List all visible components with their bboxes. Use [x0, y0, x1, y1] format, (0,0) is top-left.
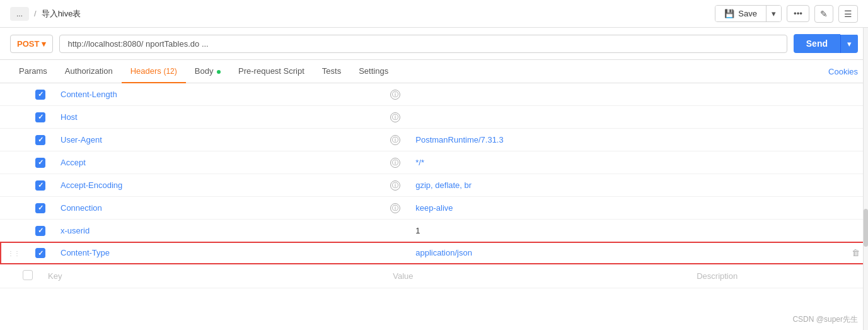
- header-value: PostmanRuntime/7.31.3: [415, 135, 503, 144]
- header-value: 1: [415, 226, 420, 235]
- tab-body[interactable]: Body: [186, 60, 229, 83]
- desc-cell: [712, 129, 843, 151]
- scrollbar-thumb[interactable]: [864, 209, 868, 247]
- table-row: Connection ⓘ keep-alive: [0, 197, 868, 220]
- info-cell: [383, 220, 408, 242]
- value-cell[interactable]: [408, 106, 712, 129]
- row-checkbox[interactable]: [35, 112, 45, 122]
- info-icon[interactable]: ⓘ: [390, 135, 400, 145]
- info-icon[interactable]: ⓘ: [390, 158, 400, 168]
- header-key: Content-Length: [61, 90, 117, 99]
- scrollbar-track[interactable]: [863, 28, 868, 288]
- tab-authorization[interactable]: Authorization: [56, 60, 122, 83]
- value-cell[interactable]: application/json: [408, 242, 712, 264]
- info-icon[interactable]: ⓘ: [390, 180, 400, 191]
- save-dropdown-button[interactable]: ▾: [766, 6, 781, 21]
- header-value: keep-alive: [415, 203, 453, 213]
- tab-params[interactable]: Params: [10, 60, 56, 83]
- info-cell: ⓘ: [383, 83, 408, 106]
- desc-cell: [712, 174, 843, 197]
- tab-pre-request-script[interactable]: Pre-request Script: [229, 60, 313, 83]
- tab-headers[interactable]: Headers (12): [122, 60, 186, 83]
- edit-icon-button[interactable]: ✎: [814, 5, 833, 23]
- send-button[interactable]: Send: [794, 34, 840, 53]
- row-checkbox[interactable]: [35, 180, 45, 191]
- comment-icon: ☰: [844, 9, 852, 19]
- empty-checkbox-cell: [15, 264, 40, 288]
- edit-icon: ✎: [820, 9, 828, 19]
- desc-cell: [712, 197, 843, 220]
- cookies-link[interactable]: Cookies: [828, 67, 858, 76]
- tab-tests[interactable]: Tests: [313, 60, 350, 83]
- row-checkbox[interactable]: [35, 248, 45, 258]
- value-cell[interactable]: 1: [408, 220, 712, 242]
- method-selector[interactable]: POST ▾: [10, 35, 53, 53]
- header-key: Connection: [61, 203, 102, 213]
- key-cell[interactable]: Content-Type: [53, 242, 383, 264]
- row-checkbox[interactable]: [35, 90, 45, 100]
- checkbox-cell: [28, 197, 53, 220]
- empty-value-placeholder: Value: [393, 271, 413, 281]
- header-key: x-userid: [61, 226, 90, 235]
- checkbox-cell: [28, 220, 53, 242]
- breadcrumb-title: 导入hive表: [42, 8, 81, 20]
- save-button[interactable]: 💾 Save: [715, 6, 766, 21]
- info-icon[interactable]: ⓘ: [390, 203, 400, 213]
- drag-cell: ⋮⋮: [0, 242, 28, 264]
- value-cell[interactable]: keep-alive: [408, 197, 712, 220]
- url-text: http://localhost:8080/ nportTables.do ..…: [67, 39, 208, 49]
- checkbox-cell: [28, 174, 53, 197]
- drag-handle: ⋮⋮: [8, 250, 20, 257]
- drag-cell: [0, 220, 28, 242]
- table-row: User-Agent ⓘ PostmanRuntime/7.31.3: [0, 129, 868, 151]
- empty-checkbox[interactable]: [23, 270, 33, 280]
- key-cell[interactable]: Accept: [53, 151, 383, 174]
- value-cell[interactable]: [408, 83, 712, 106]
- more-options-button[interactable]: •••: [787, 5, 809, 22]
- row-checkbox[interactable]: [35, 158, 45, 168]
- value-cell[interactable]: gzip, deflate, br: [408, 174, 712, 197]
- save-button-group: 💾 Save ▾: [715, 5, 782, 22]
- breadcrumb-box: ...: [10, 7, 29, 21]
- value-cell[interactable]: */*: [408, 151, 712, 174]
- row-checkbox[interactable]: [35, 226, 45, 236]
- desc-cell: [712, 151, 843, 174]
- key-cell[interactable]: User-Agent: [53, 129, 383, 151]
- info-cell: ⓘ: [383, 151, 408, 174]
- key-cell[interactable]: Connection: [53, 197, 383, 220]
- empty-drag-handle: [0, 264, 15, 288]
- empty-info-cell: [370, 264, 385, 288]
- info-icon[interactable]: ⓘ: [390, 112, 400, 122]
- empty-value-cell[interactable]: Value: [385, 264, 689, 288]
- drag-cell: [0, 197, 28, 220]
- key-cell[interactable]: Host: [53, 106, 383, 129]
- header-key: Content-Type: [61, 248, 110, 257]
- drag-cell: [0, 129, 28, 151]
- empty-key-cell[interactable]: Key: [40, 264, 370, 288]
- send-dropdown-button[interactable]: ▾: [840, 35, 858, 53]
- checkbox-cell: [28, 83, 53, 106]
- empty-desc-placeholder: Description: [697, 271, 738, 281]
- info-icon[interactable]: ⓘ: [390, 90, 400, 100]
- breadcrumb-separator: /: [34, 9, 37, 18]
- url-input[interactable]: http://localhost:8080/ nportTables.do ..…: [59, 35, 787, 53]
- body-dot: [217, 70, 221, 74]
- delete-icon[interactable]: 🗑: [852, 248, 860, 257]
- checkbox-cell: [28, 106, 53, 129]
- key-cell[interactable]: Accept-Encoding: [53, 174, 383, 197]
- value-cell[interactable]: PostmanRuntime/7.31.3: [408, 129, 712, 151]
- table-row: ⋮⋮ Content-Type application/json 🗑: [0, 242, 868, 264]
- key-cell[interactable]: x-userid: [53, 220, 383, 242]
- comment-icon-button[interactable]: ☰: [838, 5, 858, 23]
- empty-key-placeholder: Key: [48, 271, 62, 281]
- row-checkbox[interactable]: [35, 203, 45, 213]
- header-key: Accept-Encoding: [61, 180, 122, 190]
- empty-desc-cell[interactable]: Description: [689, 264, 843, 288]
- tab-settings[interactable]: Settings: [350, 60, 397, 83]
- table-row: Content-Length ⓘ: [0, 83, 868, 106]
- row-checkbox[interactable]: [35, 135, 45, 145]
- header-value: gzip, deflate, br: [415, 180, 472, 190]
- key-cell[interactable]: Content-Length: [53, 83, 383, 106]
- headers-table: Content-Length ⓘ Host ⓘ User-Agent ⓘ Pos…: [0, 83, 868, 264]
- desc-cell: [712, 106, 843, 129]
